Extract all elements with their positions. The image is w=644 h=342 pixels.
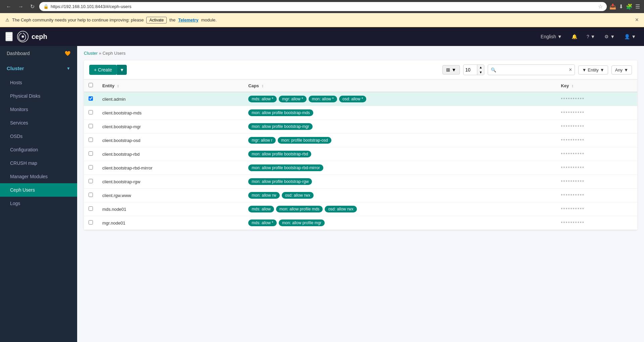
page-size-input[interactable]: 10 bbox=[464, 65, 477, 74]
sidebar-item-monitors[interactable]: Monitors bbox=[0, 103, 77, 116]
table-row[interactable]: client.adminmds: allow *mgr: allow *mon:… bbox=[84, 92, 637, 106]
entity-header-label: Entity bbox=[102, 83, 114, 88]
row-checkbox[interactable] bbox=[89, 138, 93, 142]
any-filter[interactable]: Any ▼ bbox=[611, 65, 632, 75]
pocket-icon[interactable]: 📥 bbox=[609, 3, 616, 10]
download-icon[interactable]: ⬇ bbox=[619, 3, 623, 10]
user-button[interactable]: 👤 ▼ bbox=[622, 33, 639, 41]
entity-filter-label: Entity bbox=[588, 67, 599, 72]
table-row[interactable]: mgr.node01mds: allow *mon: allow profile… bbox=[84, 216, 637, 230]
sidebar-item-logs[interactable]: Logs bbox=[0, 197, 77, 210]
hamburger-menu[interactable]: ☰ bbox=[5, 32, 13, 41]
sidebar-item-manager-modules[interactable]: Manager Modules bbox=[0, 170, 77, 183]
row-checkbox[interactable] bbox=[89, 165, 93, 169]
sidebar-item-physical-disks[interactable]: Physical Disks bbox=[0, 89, 77, 103]
notifications-button[interactable]: 🔔 bbox=[569, 33, 580, 41]
help-button[interactable]: ? ▼ bbox=[584, 33, 598, 41]
grid-view-button[interactable]: ⊞ ▼ bbox=[442, 65, 460, 75]
sidebar-item-configuration[interactable]: Configuration bbox=[0, 143, 77, 156]
row-checkbox[interactable] bbox=[89, 124, 93, 128]
row-checkbox[interactable] bbox=[89, 193, 93, 197]
row-checkbox-cell[interactable] bbox=[84, 161, 98, 175]
row-checkbox[interactable] bbox=[89, 151, 93, 156]
caps-cell: mon: allow profile bootstrap-mgr bbox=[244, 120, 556, 134]
cap-badge: mon: allow profile bootstrap-mds bbox=[248, 109, 313, 116]
help-chevron: ▼ bbox=[590, 34, 595, 39]
page-size-down[interactable]: ▼ bbox=[477, 70, 484, 75]
row-checkbox-cell[interactable] bbox=[84, 175, 98, 189]
table-row[interactable]: client.bootstrap-mgrmon: allow profile b… bbox=[84, 120, 637, 134]
sidebar-item-osds[interactable]: OSDs bbox=[0, 130, 77, 143]
sidebar-item-hosts[interactable]: Hosts bbox=[0, 76, 77, 89]
telemetry-link[interactable]: Telemetry bbox=[178, 17, 198, 22]
breadcrumb-parent[interactable]: Cluster bbox=[84, 51, 98, 56]
logo-text: ceph bbox=[32, 33, 47, 41]
row-checkbox[interactable] bbox=[89, 110, 93, 114]
key-cell: ********** bbox=[556, 161, 637, 175]
page-size-control[interactable]: 10 ▲ ▼ bbox=[463, 64, 484, 75]
hosts-label: Hosts bbox=[10, 80, 22, 85]
row-checkbox[interactable] bbox=[89, 206, 93, 211]
entity-cell: client.rgw.www bbox=[98, 189, 244, 202]
configuration-label: Configuration bbox=[10, 147, 38, 152]
sidebar: Dashboard 🧡 Cluster ▼ Hosts Physical Dis… bbox=[0, 46, 77, 342]
sidebar-item-dashboard[interactable]: Dashboard 🧡 bbox=[0, 46, 77, 61]
svg-point-1 bbox=[21, 35, 24, 38]
search-input[interactable] bbox=[499, 65, 566, 75]
table-row[interactable]: client.rgw.wwwmon: allow rwosd: allow rw… bbox=[84, 189, 637, 202]
row-checkbox-cell[interactable] bbox=[84, 92, 98, 106]
extensions-icon[interactable]: 🧩 bbox=[626, 3, 633, 10]
table-row[interactable]: client.bootstrap-rbdmon: allow profile b… bbox=[84, 147, 637, 161]
caps-cell: mgr: allow rmon: profile bootstrap-osd bbox=[244, 134, 556, 147]
sidebar-cluster-header[interactable]: Cluster ▼ bbox=[0, 61, 77, 76]
address-bar[interactable]: 🔒 https://192.168.10.101:8443/#/ceph-use… bbox=[39, 2, 607, 11]
row-checkbox-cell[interactable] bbox=[84, 106, 98, 120]
back-button[interactable]: ← bbox=[4, 3, 13, 10]
row-checkbox-cell[interactable] bbox=[84, 147, 98, 161]
refresh-button[interactable]: ↻ bbox=[28, 3, 37, 10]
clear-search-button[interactable]: × bbox=[566, 65, 575, 75]
row-checkbox-cell[interactable] bbox=[84, 134, 98, 147]
table-row[interactable]: client.bootstrap-mdsmon: allow profile b… bbox=[84, 106, 637, 120]
table-row[interactable]: client.bootstrap-rbd-mirrormon: allow pr… bbox=[84, 161, 637, 175]
table-row[interactable]: mds.node01mds: allowmon: allow profile m… bbox=[84, 202, 637, 216]
row-checkbox-cell[interactable] bbox=[84, 202, 98, 216]
language-selector[interactable]: English ▼ bbox=[538, 33, 565, 41]
settings-button[interactable]: ⚙ ▼ bbox=[602, 33, 618, 41]
entity-cell: mds.node01 bbox=[98, 202, 244, 216]
row-checkbox-cell[interactable] bbox=[84, 120, 98, 134]
search-icon[interactable]: 🔍 bbox=[488, 65, 499, 75]
entity-column-header[interactable]: Entity ↕ bbox=[98, 80, 244, 92]
select-all-header[interactable] bbox=[84, 80, 98, 92]
row-checkbox[interactable] bbox=[89, 96, 93, 101]
key-column-header[interactable]: Key ↕ bbox=[556, 80, 637, 92]
banner-close-button[interactable]: × bbox=[635, 16, 639, 23]
caps-column-header[interactable]: Caps ↕ bbox=[244, 80, 556, 92]
menu-icon[interactable]: ☰ bbox=[635, 3, 640, 10]
manager-modules-label: Manager Modules bbox=[10, 174, 48, 179]
row-checkbox[interactable] bbox=[89, 220, 93, 225]
table-row[interactable]: client.bootstrap-osdmgr: allow rmon: pro… bbox=[84, 134, 637, 147]
physical-disks-label: Physical Disks bbox=[10, 93, 40, 99]
caps-cell: mds: allow *mon: allow profile mgr bbox=[244, 216, 556, 230]
create-button[interactable]: + Create bbox=[89, 65, 117, 75]
page-size-up[interactable]: ▲ bbox=[477, 65, 484, 70]
logo: ceph bbox=[17, 31, 47, 43]
user-icon: 👤 bbox=[624, 34, 630, 39]
row-checkbox[interactable] bbox=[89, 179, 93, 183]
sidebar-item-ceph-users[interactable]: Ceph Users bbox=[0, 183, 77, 197]
entity-filter[interactable]: ▼ Entity ▼ bbox=[578, 65, 608, 75]
sidebar-item-services[interactable]: Services bbox=[0, 116, 77, 130]
forward-button[interactable]: → bbox=[16, 3, 25, 10]
row-checkbox-cell[interactable] bbox=[84, 216, 98, 230]
url-text: https://192.168.10.101:8443/#/ceph-users bbox=[51, 4, 131, 9]
caps-cell: mon: allow profile bootstrap-rbd bbox=[244, 147, 556, 161]
row-checkbox-cell[interactable] bbox=[84, 189, 98, 202]
create-dropdown-button[interactable]: ▼ bbox=[117, 65, 127, 75]
bookmark-icon[interactable]: ☆ bbox=[598, 3, 603, 10]
cap-badge: mon: allow profile bootstrap-rbd bbox=[248, 151, 311, 157]
table-row[interactable]: client.bootstrap-rgwmon: allow profile b… bbox=[84, 175, 637, 189]
activate-button[interactable]: Activate bbox=[146, 17, 167, 23]
sidebar-item-crush-map[interactable]: CRUSH map bbox=[0, 156, 77, 170]
select-all-checkbox[interactable] bbox=[89, 83, 93, 87]
